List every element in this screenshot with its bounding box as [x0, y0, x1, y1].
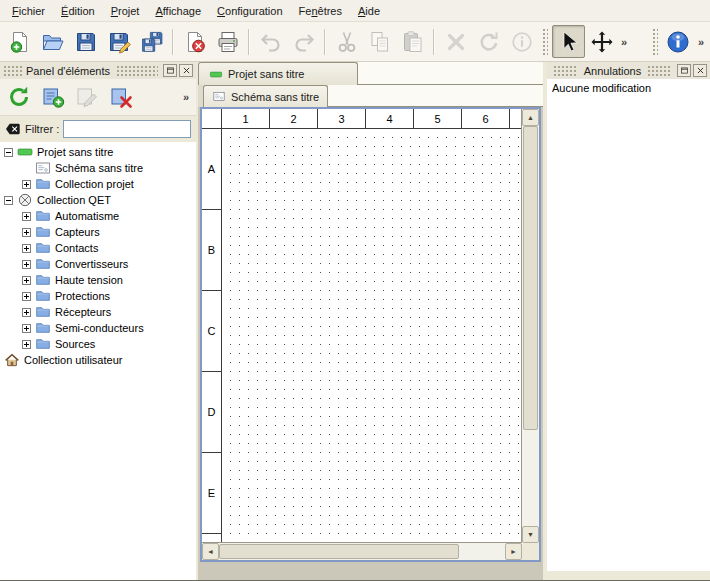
toolbar-overflow-chevron[interactable]: »: [618, 36, 630, 48]
undo-panel-titlebar[interactable]: Annulations: [547, 62, 710, 79]
expand-icon[interactable]: [22, 212, 31, 221]
expand-icon[interactable]: [22, 292, 31, 301]
select-mode-button[interactable]: [552, 25, 585, 58]
close-project-button[interactable]: [178, 25, 211, 58]
cut-button[interactable]: [330, 25, 363, 58]
edit-element-button[interactable]: [72, 82, 102, 112]
collapse-icon[interactable]: [4, 148, 13, 157]
scroll-mode-button[interactable]: [585, 25, 618, 58]
tree-item-label: Collection QET: [37, 194, 111, 206]
expand-icon[interactable]: [22, 244, 31, 253]
tree-item-sources[interactable]: Sources: [0, 336, 196, 352]
workspace: Projet sans titre Schéma sans titre 1234…: [198, 62, 543, 580]
print-button[interactable]: [211, 25, 244, 58]
folder-icon: [35, 256, 51, 272]
tab-projet-sans-titre[interactable]: Projet sans titre: [198, 62, 358, 85]
about-button[interactable]: [662, 25, 695, 58]
scroll-left-button[interactable]: ◄: [202, 543, 219, 560]
tree-item-projet-sans-titre[interactable]: Projet sans titre: [0, 144, 196, 160]
toolbar-handle[interactable]: [652, 28, 658, 56]
paste-button[interactable]: [396, 25, 429, 58]
tree-item-contacts[interactable]: Contacts: [0, 240, 196, 256]
scroll-down-button[interactable]: ▼: [522, 526, 539, 543]
close-panel-button[interactable]: [179, 64, 193, 77]
close-icon: [182, 66, 191, 75]
save-all-button[interactable]: [135, 25, 168, 58]
clear-filter-icon[interactable]: [5, 121, 21, 137]
schema-icon: [212, 90, 226, 103]
toolbar-overflow-chevron[interactable]: »: [695, 36, 707, 48]
tree-item-recepteurs[interactable]: Récepteurs: [0, 304, 196, 320]
toolbar-handle[interactable]: [542, 28, 548, 56]
scroll-right-button[interactable]: ►: [505, 543, 522, 560]
reload-collections-button[interactable]: [4, 82, 34, 112]
tree-item-convertisseurs[interactable]: Convertisseurs: [0, 256, 196, 272]
move-icon: [590, 30, 614, 54]
main-toolbar: »»: [0, 22, 710, 62]
close-panel-button[interactable]: [693, 64, 707, 77]
save-as-button[interactable]: [102, 25, 135, 58]
tree-item-semi-conducteurs[interactable]: Semi-conducteurs: [0, 320, 196, 336]
conductor-info-button[interactable]: [505, 25, 538, 58]
tab-schema-sans-titre[interactable]: Schéma sans titre: [203, 85, 328, 107]
tree-item-label: Capteurs: [55, 226, 100, 238]
tree-item-collection-qet[interactable]: Collection QET: [0, 192, 196, 208]
schema-canvas[interactable]: [222, 129, 521, 542]
expand-icon[interactable]: [22, 180, 31, 189]
elements-panel-titlebar[interactable]: Panel d'éléments: [0, 62, 196, 79]
tree-item-collection-projet[interactable]: Collection projet: [0, 176, 196, 192]
tree-item-protections[interactable]: Protections: [0, 288, 196, 304]
filter-input[interactable]: [63, 120, 191, 138]
save-button[interactable]: [69, 25, 102, 58]
expand-icon[interactable]: [22, 228, 31, 237]
menu-projet[interactable]: Projet: [103, 2, 148, 20]
hscroll-track[interactable]: [219, 543, 505, 560]
folder-icon: [35, 320, 51, 336]
menu-edition[interactable]: Édition: [53, 2, 103, 20]
folder-icon: [35, 288, 51, 304]
float-panel-button[interactable]: [677, 64, 691, 77]
menu-configuration[interactable]: Configuration: [209, 2, 290, 20]
expand-icon[interactable]: [22, 324, 31, 333]
tree-item-haute-tension[interactable]: Haute tension: [0, 272, 196, 288]
float-panel-button[interactable]: [163, 64, 177, 77]
expand-icon[interactable]: [22, 276, 31, 285]
redo-button[interactable]: [287, 25, 320, 58]
undo-panel-title: Annulations: [581, 65, 645, 77]
scroll-up-button[interactable]: ▲: [522, 109, 539, 126]
open-project-button[interactable]: [36, 25, 69, 58]
tree-item-automatisme[interactable]: Automatisme: [0, 208, 196, 224]
vscroll-track[interactable]: [522, 126, 539, 526]
collapse-icon[interactable]: [4, 196, 13, 205]
horizontal-scrollbar[interactable]: ◄ ►: [202, 543, 522, 560]
rotate-selection-button[interactable]: [472, 25, 505, 58]
vertical-scrollbar[interactable]: ▲ ▼: [522, 109, 539, 543]
tree-item-capteurs[interactable]: Capteurs: [0, 224, 196, 240]
column-label: 4: [366, 109, 414, 128]
menu-aide[interactable]: Aide: [350, 2, 388, 20]
menu-affichage[interactable]: Affichage: [147, 2, 209, 20]
undo-button[interactable]: [254, 25, 287, 58]
menu-fenetres[interactable]: Fenêtres: [291, 2, 350, 20]
project-icon: [209, 68, 223, 81]
toolbar-overflow-chevron[interactable]: »: [180, 91, 192, 103]
tree-item-collection-utilisateur[interactable]: Collection utilisateur: [0, 352, 196, 368]
tree-item-label: Récepteurs: [55, 306, 111, 318]
undo-panel: Annulations Aucune modification: [547, 62, 710, 580]
folder-icon: [35, 176, 51, 192]
vscroll-thumb[interactable]: [523, 126, 538, 430]
expand-icon[interactable]: [22, 340, 31, 349]
up-arrow-icon: ▲: [527, 114, 534, 121]
menu-fichier[interactable]: Fichier: [4, 2, 53, 20]
new-element-button[interactable]: [38, 82, 68, 112]
expand-icon[interactable]: [22, 260, 31, 269]
schema-view: 123456 ABCDE ▲ ▼ ◄ ►: [200, 107, 541, 562]
delete-selection-button[interactable]: [439, 25, 472, 58]
save-icon: [74, 30, 98, 54]
delete-element-button[interactable]: [106, 82, 136, 112]
copy-button[interactable]: [363, 25, 396, 58]
tree-item-schema-sans-titre[interactable]: Schéma sans titre: [0, 160, 196, 176]
expand-icon[interactable]: [22, 308, 31, 317]
hscroll-thumb[interactable]: [219, 544, 459, 559]
new-project-button[interactable]: [3, 25, 36, 58]
